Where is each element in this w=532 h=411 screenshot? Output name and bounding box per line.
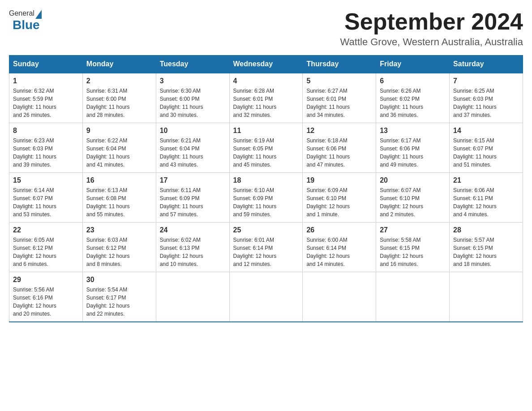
calendar-day-cell — [229, 272, 303, 322]
calendar-week-row: 8Sunrise: 6:23 AMSunset: 6:03 PMDaylight… — [9, 123, 523, 173]
calendar-header-row: SundayMondayTuesdayWednesdayThursdayFrid… — [9, 56, 523, 73]
calendar-day-cell — [303, 272, 376, 322]
day-number: 11 — [233, 127, 299, 135]
day-number: 1 — [13, 77, 79, 85]
day-info: Sunrise: 6:22 AMSunset: 6:04 PMDaylight:… — [86, 137, 152, 169]
calendar-day-cell: 15Sunrise: 6:14 AMSunset: 6:07 PMDayligh… — [9, 173, 83, 223]
calendar-day-header: Tuesday — [156, 56, 229, 73]
day-number: 24 — [160, 226, 226, 234]
calendar-day-cell: 11Sunrise: 6:19 AMSunset: 6:05 PMDayligh… — [229, 123, 303, 173]
day-number: 14 — [453, 127, 519, 135]
day-number: 27 — [380, 226, 446, 234]
day-number: 17 — [160, 176, 226, 184]
calendar-week-row: 29Sunrise: 5:56 AMSunset: 6:16 PMDayligh… — [9, 272, 523, 322]
calendar-day-header: Friday — [376, 56, 450, 73]
calendar-day-header: Thursday — [303, 56, 376, 73]
calendar-week-row: 15Sunrise: 6:14 AMSunset: 6:07 PMDayligh… — [9, 173, 523, 223]
title-section: September 2024 Wattle Grove, Western Aus… — [340, 9, 523, 48]
day-info: Sunrise: 6:23 AMSunset: 6:03 PMDaylight:… — [13, 137, 79, 169]
calendar-day-cell — [156, 272, 229, 322]
day-number: 29 — [13, 276, 79, 284]
calendar-day-cell: 4Sunrise: 6:28 AMSunset: 6:01 PMDaylight… — [229, 73, 303, 123]
day-info: Sunrise: 5:57 AMSunset: 6:15 PMDaylight:… — [453, 236, 519, 268]
day-number: 3 — [160, 77, 226, 85]
calendar-day-cell — [450, 272, 523, 322]
day-number: 8 — [13, 127, 79, 135]
calendar-day-cell: 26Sunrise: 6:00 AMSunset: 6:14 PMDayligh… — [303, 223, 376, 272]
day-info: Sunrise: 6:11 AMSunset: 6:09 PMDaylight:… — [160, 186, 226, 218]
page-header: General Blue September 2024 Wattle Grove… — [9, 9, 523, 48]
calendar-day-cell: 19Sunrise: 6:09 AMSunset: 6:10 PMDayligh… — [303, 173, 376, 223]
day-info: Sunrise: 6:26 AMSunset: 6:02 PMDaylight:… — [380, 87, 446, 119]
day-number: 26 — [306, 226, 372, 234]
day-info: Sunrise: 6:14 AMSunset: 6:07 PMDaylight:… — [13, 186, 79, 218]
day-number: 5 — [306, 77, 372, 85]
day-info: Sunrise: 5:56 AMSunset: 6:16 PMDaylight:… — [13, 286, 79, 318]
day-number: 15 — [13, 176, 79, 184]
day-info: Sunrise: 5:58 AMSunset: 6:15 PMDaylight:… — [380, 236, 446, 268]
day-number: 28 — [453, 226, 519, 234]
day-info: Sunrise: 6:32 AMSunset: 5:59 PMDaylight:… — [13, 87, 79, 119]
day-info: Sunrise: 6:27 AMSunset: 6:01 PMDaylight:… — [306, 87, 372, 119]
day-info: Sunrise: 6:02 AMSunset: 6:13 PMDaylight:… — [160, 236, 226, 268]
calendar-day-cell: 25Sunrise: 6:01 AMSunset: 6:14 PMDayligh… — [229, 223, 303, 272]
calendar-day-header: Sunday — [9, 56, 83, 73]
day-number: 25 — [233, 226, 299, 234]
day-info: Sunrise: 6:01 AMSunset: 6:14 PMDaylight:… — [233, 236, 299, 268]
day-info: Sunrise: 6:07 AMSunset: 6:10 PMDaylight:… — [380, 186, 446, 218]
calendar-day-cell: 5Sunrise: 6:27 AMSunset: 6:01 PMDaylight… — [303, 73, 376, 123]
location-text: Wattle Grove, Western Australia, Austral… — [340, 36, 523, 48]
calendar-day-cell: 22Sunrise: 6:05 AMSunset: 6:12 PMDayligh… — [9, 223, 83, 272]
calendar-day-cell: 7Sunrise: 6:25 AMSunset: 6:03 PMDaylight… — [450, 73, 523, 123]
day-info: Sunrise: 6:06 AMSunset: 6:11 PMDaylight:… — [453, 186, 519, 218]
day-number: 10 — [160, 127, 226, 135]
calendar-day-cell: 10Sunrise: 6:21 AMSunset: 6:04 PMDayligh… — [156, 123, 229, 173]
calendar-day-header: Monday — [82, 56, 156, 73]
logo: General Blue — [9, 9, 43, 32]
day-number: 30 — [86, 276, 152, 284]
calendar-day-cell: 8Sunrise: 6:23 AMSunset: 6:03 PMDaylight… — [9, 123, 83, 173]
day-info: Sunrise: 6:15 AMSunset: 6:07 PMDaylight:… — [453, 137, 519, 169]
calendar-week-row: 22Sunrise: 6:05 AMSunset: 6:12 PMDayligh… — [9, 223, 523, 272]
calendar-day-header: Saturday — [450, 56, 523, 73]
day-info: Sunrise: 6:10 AMSunset: 6:09 PMDaylight:… — [233, 186, 299, 218]
calendar-day-cell: 30Sunrise: 5:54 AMSunset: 6:17 PMDayligh… — [82, 272, 156, 322]
day-number: 9 — [86, 127, 152, 135]
month-title: September 2024 — [340, 9, 523, 34]
day-number: 12 — [306, 127, 372, 135]
calendar-day-cell: 1Sunrise: 6:32 AMSunset: 5:59 PMDaylight… — [9, 73, 83, 123]
calendar-day-cell: 13Sunrise: 6:17 AMSunset: 6:06 PMDayligh… — [376, 123, 450, 173]
calendar-day-cell: 18Sunrise: 6:10 AMSunset: 6:09 PMDayligh… — [229, 173, 303, 223]
calendar-day-cell: 27Sunrise: 5:58 AMSunset: 6:15 PMDayligh… — [376, 223, 450, 272]
calendar-day-cell: 24Sunrise: 6:02 AMSunset: 6:13 PMDayligh… — [156, 223, 229, 272]
calendar-day-cell: 23Sunrise: 6:03 AMSunset: 6:12 PMDayligh… — [82, 223, 156, 272]
calendar-day-cell — [376, 272, 450, 322]
day-info: Sunrise: 5:54 AMSunset: 6:17 PMDaylight:… — [86, 286, 152, 318]
day-number: 19 — [306, 176, 372, 184]
day-number: 23 — [86, 226, 152, 234]
day-info: Sunrise: 6:19 AMSunset: 6:05 PMDaylight:… — [233, 137, 299, 169]
day-info: Sunrise: 6:31 AMSunset: 6:00 PMDaylight:… — [86, 87, 152, 119]
calendar-table: SundayMondayTuesdayWednesdayThursdayFrid… — [9, 55, 523, 322]
calendar-day-cell: 17Sunrise: 6:11 AMSunset: 6:09 PMDayligh… — [156, 173, 229, 223]
calendar-day-cell: 12Sunrise: 6:18 AMSunset: 6:06 PMDayligh… — [303, 123, 376, 173]
day-info: Sunrise: 6:30 AMSunset: 6:00 PMDaylight:… — [160, 87, 226, 119]
day-info: Sunrise: 6:25 AMSunset: 6:03 PMDaylight:… — [453, 87, 519, 119]
day-number: 6 — [380, 77, 446, 85]
day-number: 22 — [13, 226, 79, 234]
calendar-day-cell: 9Sunrise: 6:22 AMSunset: 6:04 PMDaylight… — [82, 123, 156, 173]
logo-blue-text: Blue — [13, 18, 40, 32]
day-info: Sunrise: 6:28 AMSunset: 6:01 PMDaylight:… — [233, 87, 299, 119]
calendar-day-cell: 14Sunrise: 6:15 AMSunset: 6:07 PMDayligh… — [450, 123, 523, 173]
day-number: 21 — [453, 176, 519, 184]
day-info: Sunrise: 6:21 AMSunset: 6:04 PMDaylight:… — [160, 137, 226, 169]
day-number: 16 — [86, 176, 152, 184]
day-info: Sunrise: 6:17 AMSunset: 6:06 PMDaylight:… — [380, 137, 446, 169]
day-number: 7 — [453, 77, 519, 85]
day-number: 13 — [380, 127, 446, 135]
calendar-day-cell: 6Sunrise: 6:26 AMSunset: 6:02 PMDaylight… — [376, 73, 450, 123]
day-info: Sunrise: 6:00 AMSunset: 6:14 PMDaylight:… — [306, 236, 372, 268]
logo-triangle-icon — [35, 10, 42, 19]
calendar-week-row: 1Sunrise: 6:32 AMSunset: 5:59 PMDaylight… — [9, 73, 523, 123]
day-number: 4 — [233, 77, 299, 85]
